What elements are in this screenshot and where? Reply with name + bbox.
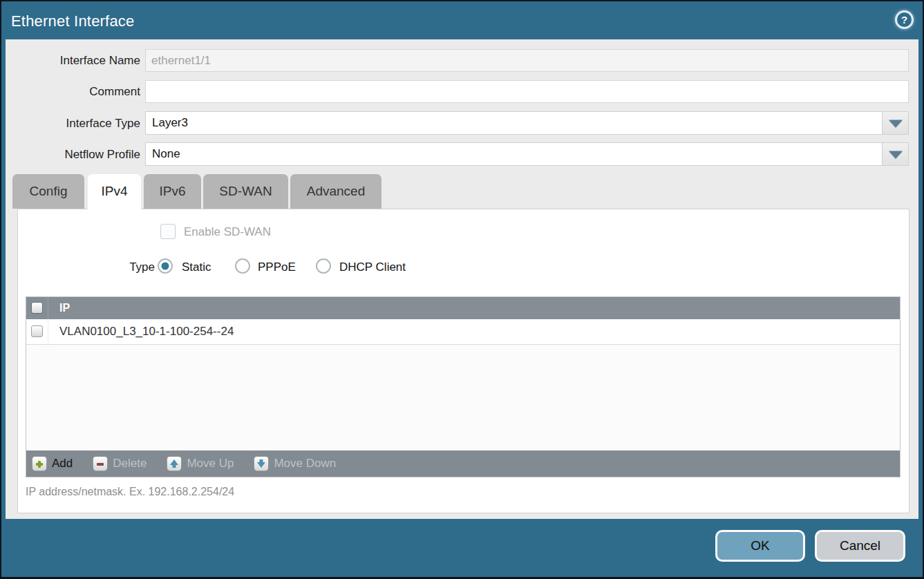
arrow-up-icon bbox=[167, 456, 182, 471]
ip-table: IP VLAN0100_L3_10-1-100-254--24 Add bbox=[26, 296, 901, 477]
netflow-profile-select[interactable]: None bbox=[145, 142, 909, 166]
tab-ipv4[interactable]: IPv4 bbox=[88, 174, 141, 211]
netflow-profile-value: None bbox=[152, 143, 180, 165]
ip-column-header: IP bbox=[59, 297, 70, 319]
type-radio-pppoe[interactable] bbox=[235, 258, 250, 274]
ip-cell-value: VLAN0100_L3_10-1-100-254--24 bbox=[59, 319, 234, 344]
type-label: Type bbox=[87, 260, 155, 274]
type-radio-dhcp-client[interactable] bbox=[316, 258, 331, 274]
delete-button[interactable]: Delete bbox=[93, 456, 147, 471]
select-all-checkbox[interactable] bbox=[31, 302, 43, 314]
comment-label: Comment bbox=[6, 80, 140, 103]
radio-selected-dot bbox=[162, 263, 169, 270]
type-radio-static[interactable] bbox=[158, 258, 173, 274]
tab-config[interactable]: Config bbox=[12, 174, 84, 209]
move-up-button-label: Move Up bbox=[187, 457, 234, 471]
help-icon[interactable]: ? bbox=[895, 10, 914, 29]
minus-icon bbox=[93, 456, 108, 471]
add-button[interactable]: Add bbox=[32, 456, 73, 471]
row-checkbox-cell bbox=[26, 319, 48, 344]
netflow-profile-label: Netflow Profile bbox=[6, 143, 140, 166]
table-toolbar: Add Delete Move Up bbox=[26, 450, 900, 477]
ok-button[interactable]: OK bbox=[715, 530, 805, 562]
interface-name-input bbox=[145, 49, 909, 72]
ip-format-hint: IP address/netmask. Ex. 192.168.2.254/24 bbox=[26, 486, 234, 498]
ip-table-header: IP bbox=[26, 297, 900, 319]
plus-icon bbox=[32, 456, 47, 471]
delete-button-label: Delete bbox=[113, 457, 147, 471]
tab-panel-ipv4: Enable SD-WAN Type Static PPPoE DHCP Cli… bbox=[17, 209, 909, 513]
move-down-button-label: Move Down bbox=[274, 457, 336, 471]
add-button-label: Add bbox=[52, 457, 73, 471]
row-checkbox[interactable] bbox=[31, 325, 43, 337]
enable-sdwan-label: Enable SD-WAN bbox=[184, 225, 271, 239]
type-radio-static-label[interactable]: Static bbox=[182, 260, 211, 274]
tab-advanced[interactable]: Advanced bbox=[290, 174, 381, 209]
move-up-button[interactable]: Move Up bbox=[167, 456, 234, 471]
table-row[interactable]: VLAN0100_L3_10-1-100-254--24 bbox=[26, 319, 900, 345]
move-down-button[interactable]: Move Down bbox=[254, 456, 336, 471]
interface-type-label: Interface Type bbox=[6, 112, 140, 135]
enable-sdwan-checkbox[interactable] bbox=[160, 224, 176, 239]
type-radio-dhcp-client-label[interactable]: DHCP Client bbox=[339, 260, 406, 274]
netflow-profile-dropdown-button[interactable] bbox=[882, 143, 908, 165]
dialog-title: Ethernet Interface bbox=[11, 12, 134, 30]
dialog-titlebar: Ethernet Interface ? bbox=[1, 1, 923, 39]
chevron-down-icon bbox=[889, 120, 903, 127]
chevron-down-icon bbox=[889, 151, 903, 158]
header-checkbox-cell bbox=[26, 297, 48, 319]
type-radio-pppoe-label[interactable]: PPPoE bbox=[258, 260, 296, 274]
interface-type-value: Layer3 bbox=[152, 112, 188, 134]
cancel-button[interactable]: Cancel bbox=[815, 530, 905, 562]
interface-name-label: Interface Name bbox=[6, 49, 140, 72]
arrow-down-icon bbox=[254, 456, 269, 471]
interface-type-select[interactable]: Layer3 bbox=[145, 111, 909, 135]
tab-sd-wan[interactable]: SD-WAN bbox=[203, 174, 288, 209]
ethernet-interface-dialog: Ethernet Interface ? Interface Name Comm… bbox=[1, 1, 923, 577]
dialog-body: Interface Name Comment Interface Type La… bbox=[6, 39, 918, 519]
tab-ipv6[interactable]: IPv6 bbox=[144, 174, 201, 209]
interface-type-dropdown-button[interactable] bbox=[882, 112, 908, 134]
comment-input[interactable] bbox=[145, 80, 909, 103]
